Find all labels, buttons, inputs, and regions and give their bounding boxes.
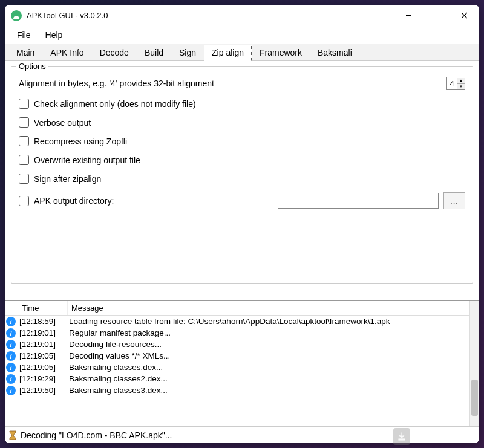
overwrite-label: Overwrite existing output file (34, 155, 140, 165)
log-time: [12:19:01] (18, 339, 68, 349)
verbose-label: Verbose output (34, 118, 91, 128)
minimize-icon (405, 12, 412, 19)
statusbar: Decoding "LO4D.com - BBC APK.apk"... (5, 426, 479, 443)
menubar: File Help (5, 27, 479, 44)
minimize-button[interactable] (394, 6, 422, 25)
tab-decode[interactable]: Decode (92, 45, 137, 60)
output-dir-checkbox[interactable] (19, 196, 29, 206)
alignment-spinner[interactable]: 4 ▲ ▼ (446, 77, 465, 90)
verbose-checkbox[interactable] (19, 117, 29, 128)
alignment-label: Alignment in bytes, e.g. '4' provides 32… (19, 79, 446, 88)
scrollbar-thumb[interactable] (471, 380, 478, 416)
overwrite-checkbox[interactable] (19, 155, 29, 165)
log-time: [12:19:05] (18, 351, 68, 361)
info-icon: i (6, 351, 16, 361)
app-icon (11, 10, 22, 21)
info-icon: i (6, 328, 16, 338)
log-row[interactable]: i[12:19:50]Baksmaling classes3.dex... (5, 385, 479, 396)
alignment-value[interactable]: 4 (447, 79, 457, 88)
log-row[interactable]: i[12:19:29]Baksmaling classes2.dex... (5, 373, 479, 385)
log-message: Decoding values */* XMLs... (68, 351, 479, 361)
window-title: APKTool GUI - v3.0.2.0 (27, 11, 108, 20)
tab-sign[interactable]: Sign (171, 45, 204, 60)
log-time: [12:19:50] (18, 385, 68, 395)
log-row[interactable]: i[12:19:01]Regular manifest package... (5, 327, 479, 339)
close-button[interactable] (450, 6, 478, 25)
tab-main[interactable]: Main (8, 45, 42, 60)
menu-help[interactable]: Help (39, 28, 69, 42)
spinner-up-icon[interactable]: ▲ (457, 78, 465, 84)
log-time: [12:19:29] (18, 374, 68, 384)
log-col-time[interactable]: Time (18, 301, 68, 315)
info-icon: i (6, 386, 16, 395)
content-panel: Options Alignment in bytes, e.g. '4' pro… (5, 61, 479, 290)
app-window: APKTool GUI - v3.0.2.0 File Help Main AP… (5, 5, 479, 443)
status-text: Decoding "LO4D.com - BBC APK.apk"... (21, 430, 172, 440)
window-controls (394, 6, 478, 25)
browse-button[interactable]: ... (443, 192, 465, 209)
svg-rect-1 (434, 13, 439, 18)
menu-file[interactable]: File (11, 28, 37, 42)
log-message: Loading resource table from file: C:\Use… (68, 316, 479, 326)
log-message: Decoding file-resources... (68, 339, 479, 349)
log-message: Regular manifest package... (68, 328, 479, 338)
log-message: Baksmaling classes3.dex... (68, 385, 479, 395)
tab-build[interactable]: Build (137, 45, 171, 60)
output-dir-label: APK output directory: (34, 196, 114, 206)
info-icon: i (6, 374, 16, 384)
options-legend: Options (16, 62, 48, 71)
options-group: Options Alignment in bytes, e.g. '4' pro… (11, 66, 473, 284)
log-time: [12:18:59] (18, 316, 68, 326)
tab-zip-align[interactable]: Zip align (204, 45, 252, 61)
log-col-message[interactable]: Message (68, 301, 479, 315)
spinner-down-icon[interactable]: ▼ (457, 84, 465, 89)
info-icon: i (6, 317, 16, 326)
log-row[interactable]: i[12:19:05]Baksmaling classes.dex... (5, 362, 479, 373)
sign-after-checkbox[interactable] (19, 174, 29, 184)
log-message: Baksmaling classes.dex... (68, 362, 479, 372)
log-message: Baksmaling classes2.dex... (68, 374, 479, 384)
sign-after-label: Sign after zipalign (34, 174, 101, 184)
maximize-icon (433, 12, 440, 19)
log-time: [12:19:05] (18, 362, 68, 372)
tab-apk-info[interactable]: APK Info (42, 45, 91, 60)
log-row[interactable]: i[12:19:05]Decoding values */* XMLs... (5, 350, 479, 362)
tabbar: Main APK Info Decode Build Sign Zip alig… (5, 44, 479, 61)
recompress-label: Recompress using Zopfli (34, 137, 127, 146)
log-header: Time Message (5, 301, 479, 316)
log-row[interactable]: i[12:19:01]Decoding file-resources... (5, 339, 479, 350)
info-icon: i (6, 340, 16, 349)
tab-baksmali[interactable]: Baksmali (310, 45, 360, 60)
log-body: i[12:18:59]Loading resource table from f… (5, 316, 479, 426)
log-time: [12:19:01] (18, 328, 68, 338)
log-row[interactable]: i[12:18:59]Loading resource table from f… (5, 316, 479, 327)
close-icon (461, 12, 468, 19)
log-panel: Time Message i[12:18:59]Loading resource… (5, 300, 479, 426)
log-scrollbar[interactable] (469, 301, 479, 426)
tab-framework[interactable]: Framework (252, 45, 310, 60)
check-only-checkbox[interactable] (19, 99, 29, 109)
maximize-button[interactable] (422, 6, 450, 25)
hourglass-icon (8, 430, 17, 440)
info-icon: i (6, 363, 16, 372)
output-dir-input[interactable] (278, 193, 439, 209)
titlebar: APKTool GUI - v3.0.2.0 (5, 5, 479, 27)
check-only-label: Check alignment only (does not modify fi… (34, 99, 196, 109)
recompress-checkbox[interactable] (19, 136, 29, 146)
